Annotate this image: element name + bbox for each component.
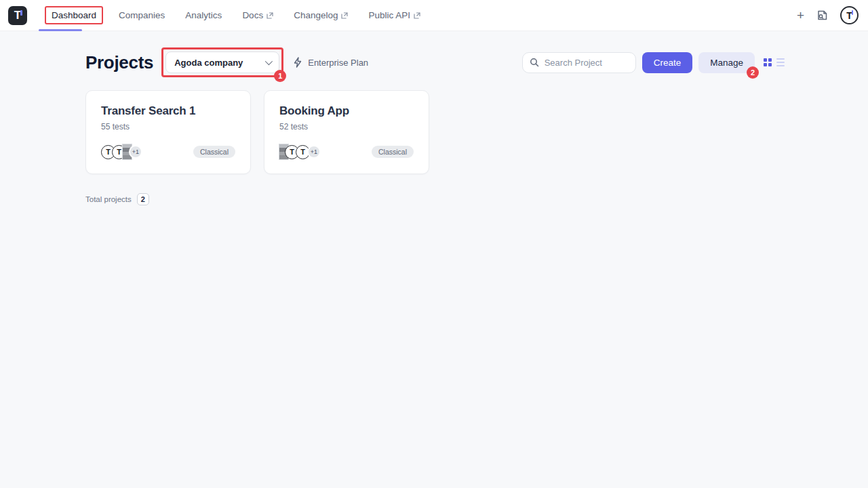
project-name: Booking App xyxy=(279,104,414,118)
search-icon xyxy=(530,58,539,67)
chevron-down-icon xyxy=(265,58,273,65)
avatar-accent xyxy=(852,10,854,15)
projects-grid: Transfer Search 1 55 tests T T +1 Classi… xyxy=(85,90,785,174)
external-link-icon xyxy=(267,12,273,19)
view-toggles xyxy=(764,58,785,67)
project-name: Transfer Search 1 xyxy=(101,104,235,118)
user-avatar[interactable]: T xyxy=(840,6,859,24)
external-link-icon xyxy=(414,12,420,19)
total-projects-label: Total projects xyxy=(85,195,132,203)
page-header: Projects Agoda company 1 Enterprise Plan… xyxy=(85,47,785,77)
nav-item-docs[interactable]: Docs xyxy=(232,5,283,26)
lightning-icon xyxy=(293,57,302,68)
annotation-step-1-badge: 1 xyxy=(274,70,286,82)
list-view-icon[interactable] xyxy=(776,58,785,67)
nav-item-analytics[interactable]: Analytics xyxy=(175,5,232,26)
nav-item-companies[interactable]: Companies xyxy=(108,5,175,26)
nav-item-label: Docs xyxy=(242,10,263,20)
create-button[interactable]: Create xyxy=(642,52,693,73)
nav-item-public-api[interactable]: Public API xyxy=(358,5,431,26)
project-type-badge: Classical xyxy=(372,146,414,159)
member-avatars: T T +1 xyxy=(101,144,142,159)
nav-item-label: Dashboard xyxy=(52,10,96,20)
nav-item-label: Analytics xyxy=(185,10,222,20)
project-card-footer: T T +1 Classical xyxy=(101,144,235,159)
project-type-badge: Classical xyxy=(193,146,235,159)
plan-info: Enterprise Plan xyxy=(293,57,368,68)
nav-item-label: Public API xyxy=(368,10,410,20)
add-icon[interactable]: + xyxy=(797,9,804,22)
active-tab-indicator xyxy=(39,29,82,31)
main-nav: Dashboard Companies Analytics Docs Chang… xyxy=(38,5,431,26)
annotation-box-company-select: Agoda company 1 xyxy=(161,47,283,77)
release-notes-icon[interactable] xyxy=(816,9,828,21)
annotation-box-dashboard: Dashboard xyxy=(45,6,103,24)
project-card-transfer-search-1[interactable]: Transfer Search 1 55 tests T T +1 Classi… xyxy=(85,90,251,174)
more-members-badge: +1 xyxy=(307,145,321,159)
manage-button-wrap: Manage 2 xyxy=(698,52,755,73)
more-members-badge: +1 xyxy=(129,145,142,159)
annotation-step-2-badge: 2 xyxy=(747,66,759,79)
logo-accent xyxy=(20,10,22,16)
nav-item-label: Changelog xyxy=(294,10,338,20)
header-controls: Create Manage 2 xyxy=(522,52,785,73)
project-tests-count: 55 tests xyxy=(101,122,235,131)
search-input[interactable] xyxy=(545,58,629,68)
nav-item-dashboard[interactable]: Dashboard xyxy=(52,10,96,20)
search-box xyxy=(522,52,636,73)
top-navigation-bar: T Dashboard Companies Analytics Docs Cha… xyxy=(0,0,868,31)
main-content: Projects Agoda company 1 Enterprise Plan… xyxy=(0,31,868,205)
projects-summary: Total projects 2 xyxy=(85,193,785,205)
company-select-value: Agoda company xyxy=(174,58,243,68)
company-select-dropdown[interactable]: Agoda company xyxy=(165,52,279,73)
grid-view-icon[interactable] xyxy=(764,58,772,66)
project-tests-count: 52 tests xyxy=(279,122,414,131)
member-avatars: T T +1 xyxy=(279,144,321,159)
external-link-icon xyxy=(341,12,348,19)
nav-item-label: Companies xyxy=(119,10,165,20)
app-logo[interactable]: T xyxy=(8,6,27,25)
total-projects-count: 2 xyxy=(137,193,149,205)
nav-item-changelog[interactable]: Changelog xyxy=(283,5,358,26)
page-title: Projects xyxy=(85,52,153,73)
plan-label: Enterprise Plan xyxy=(308,58,368,68)
project-card-booking-app[interactable]: Booking App 52 tests T T +1 Classical xyxy=(264,90,429,174)
topbar-right-actions: + T xyxy=(797,6,859,24)
project-card-footer: T T +1 Classical xyxy=(279,144,414,159)
